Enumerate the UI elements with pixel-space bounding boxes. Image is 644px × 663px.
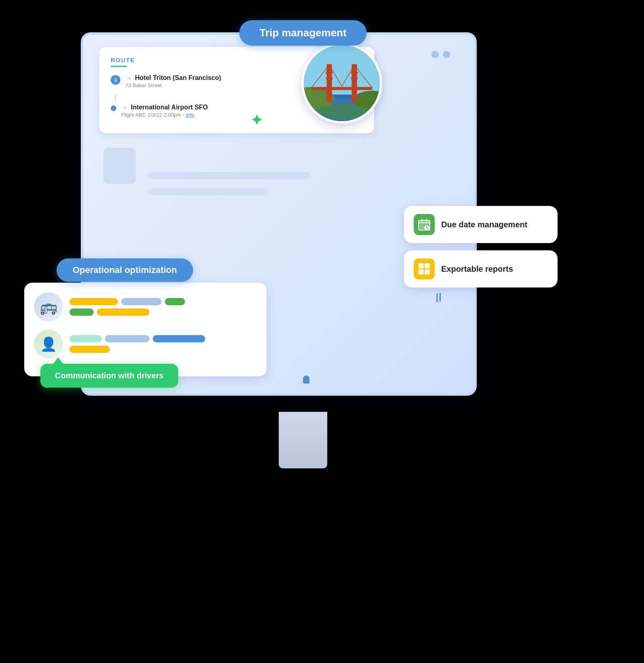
ground-shadow [209, 643, 435, 659]
due-date-label: Due date management [441, 220, 527, 229]
svg-point-16 [315, 104, 368, 120]
svg-rect-12 [326, 72, 333, 74]
svg-rect-7 [311, 87, 372, 90]
operational-badge: Operational optimization [57, 258, 193, 282]
deco-dot-2 [443, 51, 450, 58]
monitor: Trip management ✦ ROUTE [81, 32, 525, 476]
svg-rect-20 [421, 219, 423, 222]
person-avatar: 👤 [34, 329, 63, 359]
bar-blue-2 [105, 335, 149, 342]
deco-rect-1 [103, 148, 136, 184]
stop-2-sub: Flight ABC 1/3/22 2:00pm - Info [121, 112, 208, 118]
deco-dots [431, 51, 450, 58]
bridge-photo [301, 43, 382, 124]
bar-blue-1 [121, 298, 162, 305]
stop-1-content: → Hotel Triton (San Francisco) 73 Baker … [125, 74, 221, 88]
grid-report-icon [417, 262, 431, 276]
stop-1-sub: 73 Baker Street [125, 82, 221, 88]
driver-2-bars [69, 335, 257, 353]
svg-rect-13 [326, 78, 333, 80]
export-card: Exportable reports [404, 250, 558, 287]
driver-row-2: 👤 [34, 329, 257, 359]
bar-teal-1 [69, 335, 102, 342]
svg-rect-25 [419, 263, 424, 269]
bar-row-1b [69, 308, 257, 316]
bar-yellow-3 [69, 346, 110, 353]
bar-green-1 [165, 298, 185, 305]
deco-dot-1 [431, 51, 439, 58]
trip-management-label: Trip management [259, 27, 346, 39]
blue-dot-bottom [303, 376, 309, 384]
route-card: ROUTE 1 → Hotel Triton (San Francisco) 7… [99, 47, 374, 133]
svg-rect-28 [425, 269, 430, 275]
stop-number-1: 1 [111, 75, 120, 85]
due-date-icon [414, 214, 435, 235]
bus-avatar: 🚌 [34, 292, 63, 321]
export-label: Exportable reports [441, 264, 513, 274]
deco-rect-2 [148, 172, 309, 179]
stop-dot-2 [111, 105, 116, 111]
export-icon [414, 258, 435, 279]
svg-rect-27 [419, 269, 424, 275]
stop-2-name: International Airport SFO [131, 104, 208, 111]
scene: Trip management ✦ ROUTE [0, 0, 644, 663]
communication-badge: Communication with drivers [40, 364, 178, 388]
monitor-stand [279, 412, 327, 468]
green-plus-icon: ✦ [250, 113, 263, 128]
bar-green-2 [69, 308, 94, 316]
info-link[interactable]: Info [186, 112, 195, 118]
deco-slash: // [435, 291, 443, 305]
svg-rect-14 [351, 72, 358, 74]
route-connector [115, 94, 116, 101]
bar-blue-3 [153, 335, 205, 342]
bar-row-2a [69, 335, 257, 342]
due-date-card: Due date management [404, 206, 558, 243]
driver-row-1: 🚌 [34, 292, 257, 321]
bar-yellow-1 [69, 298, 118, 305]
svg-rect-15 [351, 78, 358, 80]
stop-1-name: Hotel Triton (San Francisco) [135, 74, 221, 82]
stop-arrow-1: → [125, 74, 132, 82]
bar-row-2b [69, 346, 257, 353]
trip-management-badge: Trip management [239, 20, 366, 46]
svg-rect-6 [351, 64, 357, 102]
svg-rect-21 [426, 219, 427, 222]
svg-rect-5 [326, 64, 332, 102]
operational-label: Operational optimization [73, 265, 177, 275]
svg-rect-26 [425, 263, 430, 269]
route-underline [111, 66, 127, 67]
bar-yellow-2 [97, 308, 149, 316]
calendar-clock-icon [417, 217, 431, 232]
communication-label: Communication with drivers [55, 371, 164, 380]
driver-1-bars [69, 298, 257, 316]
deco-rect-3 [148, 188, 269, 195]
stop-2-content: → International Airport SFO Flight ABC 1… [121, 104, 208, 118]
stop-arrow-2: → [121, 104, 128, 111]
bar-row-1a [69, 298, 257, 305]
